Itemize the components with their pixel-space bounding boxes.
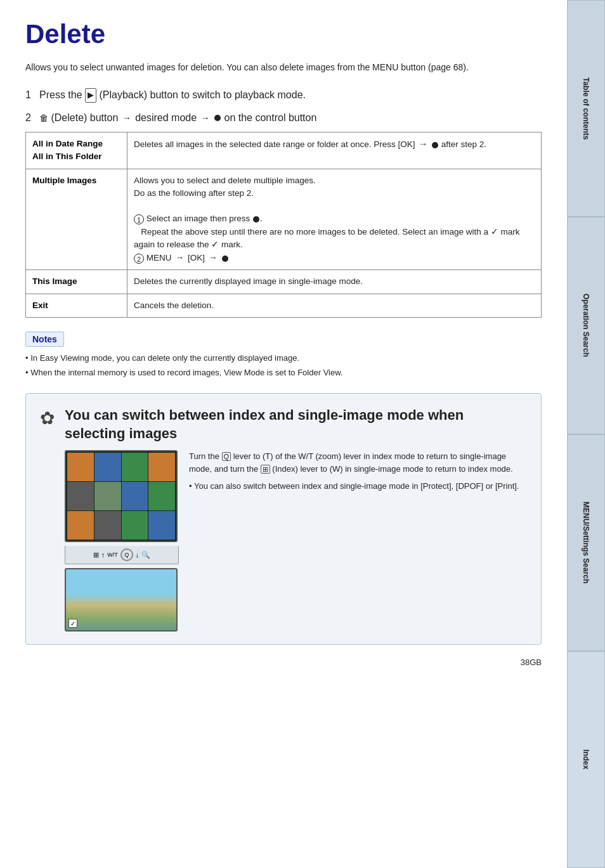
notes-box: Notes [25,332,64,347]
circle-2: 2 [134,254,144,264]
circle-bullet [214,115,221,121]
thumb-11 [122,511,148,540]
bullet-1 [432,142,438,148]
delete-icon: 🗑 [39,111,48,125]
tip-desc: Turn the Q lever to (T) of the W/T (zoom… [189,450,527,493]
thumb-2 [94,453,121,481]
thumb-8 [148,482,175,510]
page-number: 38GB [25,657,542,667]
ctrl-search-icon: 🔍 [141,551,150,559]
sidebar-tab-operation[interactable]: Operation Search [567,217,605,434]
sidebar-tab-index[interactable]: Index [567,651,605,868]
table-desc-1: Deletes all images in the selected date … [127,133,542,169]
notes-item-1: In Easy Viewing mode, you can delete onl… [25,352,542,365]
tip-box: ✿ You can switch between index and singl… [25,393,542,645]
tip-content: 2010-1-1 [65,450,527,632]
step-2: 2 🗑 (Delete) button → desired mode → on … [25,110,542,126]
thumb-9 [67,511,94,540]
screen-grid [66,451,176,541]
step-1-num: 1 [25,87,36,103]
ctrl-circle-icon: Q [120,548,133,561]
notes-list: In Easy Viewing mode, you can delete onl… [25,352,542,379]
tip-content-wrapper: You can switch between index and single-… [65,406,527,632]
sidebar-tab-toc-label: Table of contents [582,77,590,139]
camera-controls: ⊞ ↑ W/T Q ↓ 🔍 [65,546,179,564]
tip-title: You can switch between index and single-… [65,406,527,443]
notes-label: Notes [32,334,57,344]
index-icon: ⊞ [261,465,270,474]
thumb-1 [67,453,94,481]
thumb-3 [122,453,148,481]
q-icon: Q [222,452,231,461]
tip-images: 2010-1-1 [65,450,179,632]
table-row: This Image Deletes the currently display… [26,270,542,294]
sidebar-tab-menu[interactable]: MENU/Settings Search [567,434,605,651]
table-label-4: Exit [26,294,127,317]
page-title: Delete [25,19,542,49]
table-row: All in Date Range All in This Folder Del… [26,133,542,169]
sidebar-tab-toc[interactable]: Table of contents [567,0,605,217]
table-row: Exit Cancels the deletion. [26,294,542,317]
camera-screen-single: ✓ [65,568,178,632]
playback-btn-icon: ▶ [85,88,96,103]
step-1-content: Press the ▶ (Playback) button to switch … [39,87,306,103]
table-desc-2: Allows you to select and delete multiple… [127,169,542,270]
bullet-3 [222,256,228,262]
delete-table: All in Date Range All in This Folder Del… [25,132,542,318]
bullet-2 [253,216,259,223]
tip-icon: ✿ [40,408,55,429]
step-2-content: 🗑 (Delete) button → desired mode → on th… [39,110,316,126]
ctrl-up-icon: ↑ [101,551,105,559]
sidebar: Table of contents Operation Search MENU/… [567,0,605,868]
table-label-1: All in Date Range All in This Folder [26,133,127,169]
main-content: Delete Allows you to select unwanted ima… [0,0,567,868]
table-row: Multiple Images Allows you to select and… [26,169,542,270]
step-2-num: 2 [25,110,36,126]
sidebar-tab-menu-label: MENU/Settings Search [582,502,590,583]
table-desc-3: Deletes the currently displayed image in… [127,270,542,294]
sidebar-tab-index-label: Index [582,749,590,769]
thumb-6 [94,482,121,510]
table-label-2: Multiple Images [26,169,127,270]
tip-desc-bullet: • You can also switch between index and … [189,480,527,493]
ctrl-w-label: W/T [107,552,118,558]
table-desc-4: Cancels the deletion. [127,294,542,317]
thumb-4 [148,453,175,481]
intro-text: Allows you to select unwanted images for… [25,61,542,74]
camera-screen-index: 2010-1-1 [65,450,178,542]
sidebar-tab-operation-label: Operation Search [582,294,590,357]
thumb-5 [67,482,94,510]
circle-1: 1 [134,214,144,224]
ctrl-down-icon: ↓ [136,551,140,559]
screen-checkbox: ✓ [68,619,77,628]
table-label-3: This Image [26,270,127,294]
notes-item-2: When the internal memory is used to reco… [25,366,542,379]
step-1: 1 Press the ▶ (Playback) button to switc… [25,87,542,103]
thumb-10 [94,511,121,540]
thumb-7 [122,482,148,510]
thumb-12 [148,511,175,540]
ctrl-grid-icon: ⊞ [93,551,99,559]
tip-desc-main: Turn the Q lever to (T) of the W/T (zoom… [189,450,527,475]
